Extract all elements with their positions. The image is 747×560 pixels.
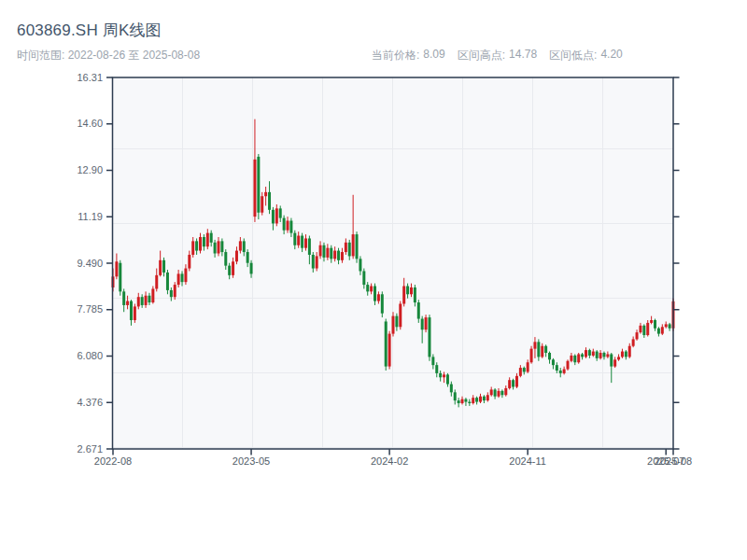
plot-area [113, 77, 674, 449]
candle-down [301, 236, 303, 248]
candle-down [512, 380, 514, 386]
candle-down [337, 251, 340, 260]
candle-up [155, 275, 158, 289]
candle-down [366, 285, 369, 291]
candle-down [166, 273, 169, 290]
y-tick-label: 14.60 [37, 118, 103, 130]
x-tick-label: 2025-08 [641, 455, 706, 468]
candle-up [661, 327, 664, 333]
candle-up [592, 352, 595, 356]
candle-down [500, 391, 503, 395]
candle-down [414, 287, 416, 302]
candle-down [602, 353, 605, 357]
candle-down [428, 317, 430, 357]
candle-down [250, 263, 253, 274]
candle-down [417, 302, 420, 319]
candle-down [421, 319, 424, 330]
stock-chart-page: 603869.SH 周K线图 时间范围: 2022-08-26 至 2025-0… [0, 0, 747, 560]
candle-up [486, 395, 489, 400]
candle-down [468, 402, 471, 403]
candle-down [439, 373, 442, 377]
candle-up [541, 346, 543, 357]
candle-down [257, 157, 260, 213]
candle-up [410, 287, 413, 294]
candle-down [669, 324, 671, 328]
candle-up [392, 316, 395, 334]
candle-down [220, 241, 223, 252]
candle-down [559, 371, 562, 373]
candle-up [304, 238, 307, 247]
candle-up [145, 296, 148, 305]
candle-down [293, 233, 296, 245]
candle-down [348, 243, 351, 257]
candle-down [130, 301, 133, 320]
candle-up [639, 326, 641, 332]
candle-down [381, 294, 384, 313]
candle-down [162, 260, 165, 273]
candle-up [151, 288, 154, 302]
candle-up [174, 285, 176, 297]
candlestick-chart [0, 0, 747, 560]
candle-down [289, 220, 292, 232]
candle-up [352, 234, 355, 256]
candle-up [567, 361, 570, 370]
candle-down [170, 290, 173, 297]
candle-down [544, 346, 547, 353]
candle-up [519, 368, 522, 376]
candle-up [134, 306, 136, 320]
candle-down [464, 399, 467, 402]
candle-down [385, 321, 388, 366]
candle-up [275, 208, 278, 223]
candle-down [483, 397, 486, 400]
candle-up [345, 243, 347, 252]
candle-down [625, 352, 627, 357]
candle-up [621, 352, 624, 357]
candle-up [530, 349, 533, 363]
x-tick-label: 2022-08 [80, 455, 146, 468]
candle-down [181, 273, 184, 282]
candle-up [533, 342, 536, 348]
candle-down [395, 316, 398, 328]
candle-up [126, 301, 129, 305]
candle-down [454, 392, 457, 400]
candle-down [312, 255, 315, 269]
candle-up [443, 374, 445, 377]
candle-down [214, 243, 217, 254]
candle-down [122, 291, 125, 305]
candle-up [316, 256, 318, 268]
candle-up [191, 241, 194, 255]
candle-up [606, 354, 609, 357]
candle-down [537, 342, 540, 357]
candle-up [377, 294, 380, 301]
candle-down [573, 356, 576, 362]
candle-up [184, 269, 187, 283]
candle-down [322, 245, 325, 258]
candle-down [588, 350, 591, 356]
x-tick-label: 2024-11 [495, 455, 560, 468]
candle-down [228, 266, 231, 275]
candle-up [264, 192, 267, 196]
candle-up [577, 354, 580, 362]
candle-up [261, 196, 263, 213]
candle-up [239, 241, 242, 250]
y-tick-label: 11.19 [37, 211, 103, 223]
candle-down [435, 365, 438, 373]
candle-down [458, 400, 460, 403]
candle-up [479, 397, 482, 402]
candle-up [665, 324, 668, 327]
candle-up [636, 332, 639, 339]
candle-up [235, 251, 238, 262]
y-tick-label: 7.785 [37, 303, 103, 315]
candle-down [552, 359, 555, 365]
candle-up [297, 236, 300, 245]
candle-up [650, 320, 653, 323]
candle-down [431, 357, 434, 365]
candle-up [599, 353, 602, 358]
x-tick-label: 2023-05 [218, 455, 284, 468]
candle-up [402, 287, 405, 304]
candle-up [115, 261, 118, 276]
candle-up [206, 233, 209, 247]
candle-down [450, 385, 453, 393]
candle-up [253, 160, 256, 217]
candle-down [359, 259, 361, 271]
